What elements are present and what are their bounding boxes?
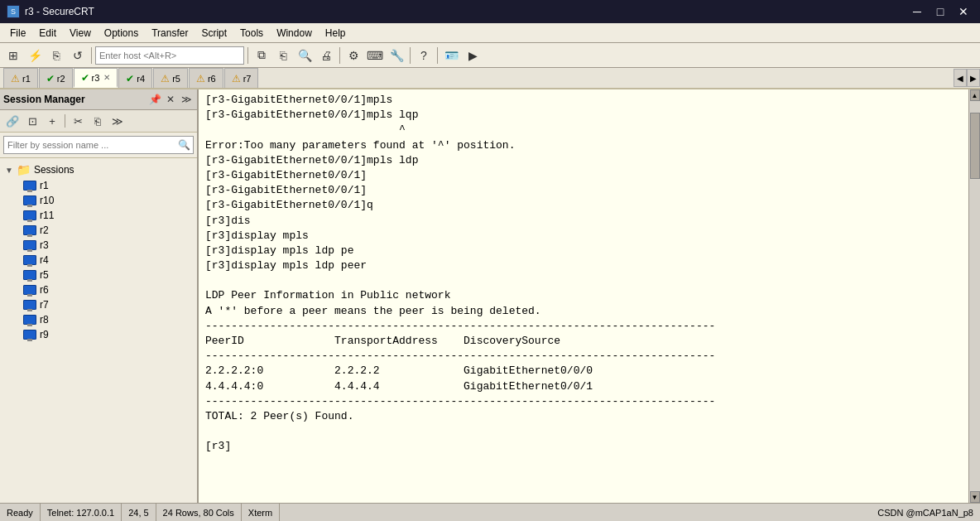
tree-item-r1[interactable]: r1: [0, 178, 197, 193]
tb-new-window-icon[interactable]: ⧉: [252, 46, 271, 65]
session-panel-expand-button[interactable]: ≫: [179, 92, 194, 107]
tab-r7[interactable]: ⚠ r7: [224, 68, 259, 88]
monitor-icon-r11: [23, 210, 36, 220]
tab-r6-label: r6: [208, 74, 216, 84]
tree-item-r5-label: r5: [40, 269, 49, 281]
tb-print-icon[interactable]: 🖨: [316, 46, 336, 65]
tree-item-r10[interactable]: r10: [0, 193, 197, 208]
menu-help[interactable]: Help: [319, 26, 353, 41]
tab-r1[interactable]: ⚠ r1: [3, 68, 38, 88]
tab-r3-ok-icon: ✔: [81, 72, 89, 84]
tab-r3[interactable]: ✔ r3 ✕: [74, 68, 118, 88]
tab-r5[interactable]: ⚠ r5: [153, 68, 188, 88]
menu-tools[interactable]: Tools: [233, 26, 270, 41]
tab-r6[interactable]: ⚠ r6: [189, 68, 223, 88]
tab-r6-warning-icon: ⚠: [196, 73, 205, 84]
tb-reconnect-icon[interactable]: ↺: [68, 46, 88, 65]
tb-expand-icon[interactable]: ▶: [463, 46, 483, 65]
host-input[interactable]: [95, 46, 244, 65]
tab-r3-label: r3: [92, 73, 100, 83]
st-add-icon[interactable]: +: [43, 113, 61, 129]
status-size: 24 Rows, 80 Cols: [156, 504, 242, 521]
menu-script[interactable]: Script: [195, 26, 233, 41]
menu-bar: File Edit View Options Transfer Script T…: [0, 23, 980, 43]
tree-item-r5[interactable]: r5: [0, 268, 197, 282]
tree-item-r6[interactable]: r6: [0, 282, 197, 297]
monitor-icon-r6: [23, 285, 36, 295]
status-watermark-text: CSDN @mCAP1aN_p8: [877, 508, 973, 518]
tree-item-r7[interactable]: r7: [0, 297, 197, 312]
menu-view[interactable]: View: [63, 26, 98, 41]
st-link-icon[interactable]: 🔗: [3, 113, 22, 129]
menu-transfer[interactable]: Transfer: [145, 26, 195, 41]
tb-find-icon[interactable]: 🔍: [295, 46, 315, 65]
tb-duplicate-icon[interactable]: ⎘: [46, 46, 66, 65]
toolbar: ⊞ ⚡ ⎘ ↺ ⧉ ⎗ 🔍 🖨 ⚙ ⌨ 🔧 ? 🪪 ▶: [0, 43, 980, 68]
st-cut-icon[interactable]: ✂: [69, 113, 87, 129]
status-bar: Ready Telnet: 127.0.0.1 24, 5 24 Rows, 8…: [0, 503, 980, 521]
monitor-icon-r8: [23, 315, 36, 325]
tree-item-r11-label: r11: [40, 210, 54, 221]
tab-r2[interactable]: ✔ r2: [39, 68, 73, 88]
tab-r7-warning-icon: ⚠: [232, 73, 241, 84]
tree-item-r2[interactable]: r2: [0, 223, 197, 238]
status-terminal: Xterm: [242, 504, 280, 521]
tb-auth-icon[interactable]: 🪪: [441, 46, 461, 65]
tb-session-manager-icon[interactable]: ⊞: [3, 46, 23, 65]
tb-copy-icon[interactable]: ⎗: [273, 46, 293, 65]
tb-help-icon[interactable]: ?: [414, 46, 434, 65]
session-panel-close-button[interactable]: ✕: [163, 92, 178, 107]
status-connection-text: Telnet: 127.0.0.1: [47, 508, 114, 518]
tab-r3-close-icon[interactable]: ✕: [103, 73, 110, 82]
tree-item-r4[interactable]: r4: [0, 253, 197, 268]
scroll-track[interactable]: ▲ ▼: [968, 89, 980, 503]
scroll-down-button[interactable]: ▼: [970, 491, 980, 503]
tab-r4[interactable]: ✔ r4: [118, 68, 152, 88]
filter-input-wrap[interactable]: 🔍: [3, 136, 194, 154]
tab-next-button[interactable]: ▶: [967, 69, 980, 87]
tab-r4-label: r4: [137, 74, 145, 84]
filter-box: 🔍: [0, 133, 197, 158]
tb-transfer-icon[interactable]: 🔧: [387, 46, 406, 65]
tree-item-r8[interactable]: r8: [0, 312, 197, 327]
tb-keymap-icon[interactable]: ⌨: [365, 46, 385, 65]
session-panel: Session Manager 📌 ✕ ≫ 🔗 ⊡ + ✂ ⎗ ≫ 🔍: [0, 89, 199, 503]
st-expand-more-icon[interactable]: ≫: [108, 113, 127, 129]
tree-root-label: Sessions: [34, 164, 74, 176]
filter-input[interactable]: [4, 140, 175, 150]
status-size-text: 24 Rows, 80 Cols: [163, 508, 234, 518]
terminal-area[interactable]: [r3-GigabitEthernet0/0/1]mpls [r3-Gigabi…: [199, 89, 968, 503]
menu-options[interactable]: Options: [98, 26, 145, 41]
maximize-button[interactable]: □: [930, 3, 950, 20]
tree-item-r3[interactable]: r3: [0, 238, 197, 253]
monitor-icon-r4: [23, 255, 36, 265]
session-tree: ▼ 📁 Sessions r1 r10 r11 r2 r: [0, 158, 197, 503]
minimize-button[interactable]: ─: [907, 3, 927, 20]
monitor-icon-r3: [23, 240, 36, 250]
session-panel-header: Session Manager 📌 ✕ ≫: [0, 89, 197, 110]
monitor-icon-r7: [23, 300, 36, 310]
session-panel-pin-button[interactable]: 📌: [147, 92, 162, 107]
close-button[interactable]: ✕: [954, 3, 973, 20]
tree-item-r4-label: r4: [40, 254, 49, 266]
window-controls: ─ □ ✕: [907, 3, 973, 20]
menu-file[interactable]: File: [3, 26, 32, 41]
tb-lightning-icon[interactable]: ⚡: [25, 46, 45, 65]
toolbar-separator-5: [437, 47, 438, 64]
scroll-up-button[interactable]: ▲: [970, 89, 980, 101]
status-cursor: 24, 5: [122, 504, 156, 521]
scroll-thumb[interactable]: [970, 113, 980, 179]
tree-item-r2-label: r2: [40, 224, 49, 236]
tb-settings-icon[interactable]: ⚙: [343, 46, 363, 65]
st-tab-icon[interactable]: ⊡: [23, 113, 41, 129]
filter-search-icon: 🔍: [175, 139, 193, 151]
st-copy-icon[interactable]: ⎗: [89, 113, 107, 129]
tab-prev-button[interactable]: ◀: [954, 69, 967, 87]
menu-window[interactable]: Window: [270, 26, 319, 41]
menu-edit[interactable]: Edit: [32, 26, 63, 41]
status-terminal-text: Xterm: [248, 508, 272, 518]
main-area: Session Manager 📌 ✕ ≫ 🔗 ⊡ + ✂ ⎗ ≫ 🔍: [0, 89, 980, 503]
tree-item-r9[interactable]: r9: [0, 327, 197, 342]
tree-root-sessions[interactable]: ▼ 📁 Sessions: [0, 162, 197, 178]
tree-item-r11[interactable]: r11: [0, 208, 197, 223]
